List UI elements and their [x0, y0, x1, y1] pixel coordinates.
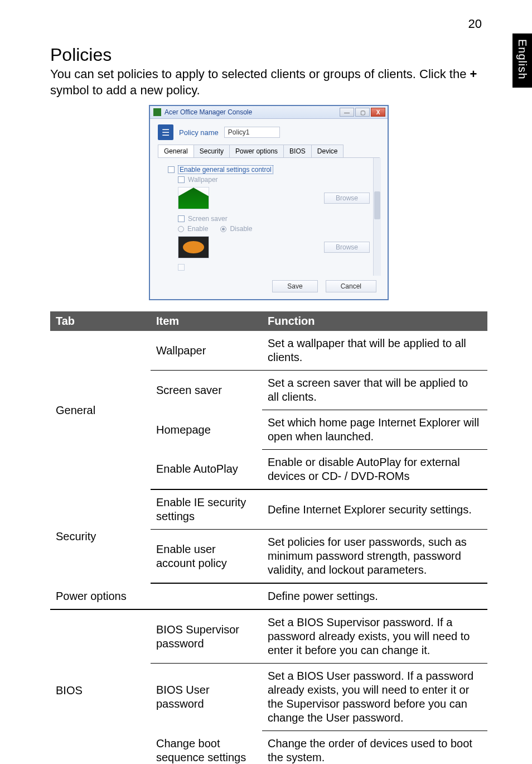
disable-radio-label: Disable [230, 225, 252, 233]
th-item: Item [151, 311, 262, 331]
dialog-tabs: General Security Power options BIOS Devi… [158, 145, 380, 158]
save-button[interactable]: Save [272, 280, 317, 292]
dialog-footer: Save Cancel [150, 276, 388, 295]
wallpaper-checkbox[interactable] [178, 176, 185, 183]
cancel-button[interactable]: Cancel [326, 280, 376, 292]
item-cell [151, 583, 262, 609]
function-cell: Set a wallpaper that will be applied to … [262, 331, 487, 371]
maximize-button[interactable]: ▢ [355, 108, 370, 117]
enable-general-row: Enable general settings control [168, 165, 370, 174]
th-tab: Tab [50, 311, 151, 331]
item-cell: Homepage [151, 410, 262, 450]
table-row: BIOS BIOS Supervisor password Set a BIOS… [50, 609, 487, 664]
cutoff-row [178, 264, 370, 271]
tab-power-options[interactable]: Power options [229, 145, 284, 157]
screensaver-checkbox[interactable] [178, 215, 185, 222]
tab-device[interactable]: Device [311, 145, 344, 157]
dialog-window: Acer Office Manager Console — ▢ X ☰ Poli… [149, 105, 389, 300]
policy-name-label: Policy name [179, 128, 219, 137]
th-function: Function [262, 311, 487, 331]
enable-general-link[interactable]: Enable general settings control [178, 165, 273, 174]
screensaver-radio-row: Enable Disable [178, 225, 370, 233]
wallpaper-row: Wallpaper [178, 176, 370, 184]
window-buttons: — ▢ X [340, 108, 385, 117]
table-row: Security Enable IE security settings Def… [50, 489, 487, 530]
tab-cell: Security [50, 489, 151, 583]
table-row: General Wallpaper Set a wallpaper that w… [50, 331, 487, 371]
titlebar: Acer Office Manager Console — ▢ X [150, 106, 388, 119]
screensaver-thumbnail [178, 236, 209, 258]
function-cell: Set which home page Internet Explorer wi… [262, 410, 487, 450]
page-body: Policies You can set policies to apply t… [0, 0, 532, 764]
intro-suffix: symbol to add a new policy. [50, 83, 200, 97]
policy-header: ☰ Policy name [150, 119, 388, 145]
item-cell: Enable user account policy [151, 530, 262, 584]
item-cell: Screen saver [151, 371, 262, 410]
dialog-screenshot: Acer Office Manager Console — ▢ X ☰ Poli… [50, 105, 487, 300]
wallpaper-browse-button[interactable]: Browse [324, 193, 370, 204]
function-cell: Set a screen saver that will be applied … [262, 371, 487, 410]
intro-text: You can set policies to apply to selecte… [50, 66, 487, 98]
table-row: Power options Define power settings. [50, 583, 487, 609]
function-cell: Set policies for user passwords, such as… [262, 530, 487, 584]
enable-radio[interactable] [178, 226, 184, 232]
screensaver-preview-row: Browse [178, 236, 370, 258]
screensaver-row: Screen saver [178, 215, 370, 223]
function-cell: Change the order of devices used to boot… [262, 731, 487, 764]
item-cell: BIOS User password [151, 664, 262, 731]
page-number: 20 [468, 17, 482, 31]
enable-general-checkbox[interactable] [168, 166, 175, 173]
function-cell: Set a BIOS User password. If a password … [262, 664, 487, 731]
minimize-button[interactable]: — [340, 108, 354, 117]
wallpaper-thumbnail [178, 187, 209, 209]
disable-radio[interactable] [220, 226, 226, 232]
item-cell: Enable AutoPlay [151, 450, 262, 490]
tab-cell: BIOS [50, 609, 151, 764]
item-cell: Change boot sequence settings [151, 731, 262, 764]
table-header: Tab Item Function [50, 311, 487, 331]
item-cell: Enable IE security settings [151, 489, 262, 530]
plus-symbol: + [470, 67, 477, 81]
wallpaper-preview-row: Browse [178, 187, 370, 209]
tab-cell: General [50, 331, 151, 489]
scrollbar-thumb[interactable] [374, 191, 380, 219]
policy-icon: ☰ [158, 124, 173, 140]
screensaver-label: Screen saver [188, 215, 228, 223]
policy-name-input[interactable] [224, 127, 280, 138]
cutoff-checkbox[interactable] [178, 264, 185, 271]
tab-general[interactable]: General [158, 145, 194, 157]
tab-panel-general: Enable general settings control Wallpape… [158, 158, 380, 276]
close-button[interactable]: X [371, 108, 385, 117]
window-title: Acer Office Manager Console [165, 108, 252, 116]
item-cell: BIOS Supervisor password [151, 609, 262, 664]
section-title: Policies [50, 45, 487, 65]
wallpaper-label: Wallpaper [188, 176, 218, 184]
scrollbar[interactable] [373, 158, 381, 276]
enable-radio-label: Enable [187, 225, 208, 233]
item-cell: Wallpaper [151, 331, 262, 371]
function-cell: Enable or disable AutoPlay for external … [262, 450, 487, 490]
app-icon [153, 108, 161, 116]
titlebar-left: Acer Office Manager Console [153, 108, 252, 116]
tab-bios[interactable]: BIOS [283, 145, 312, 157]
spec-table: Tab Item Function General Wallpaper Set … [50, 311, 487, 764]
intro-prefix: You can set policies to apply to selecte… [50, 67, 470, 81]
screensaver-browse-button[interactable]: Browse [324, 242, 370, 253]
tab-cell: Power options [50, 583, 151, 609]
side-tab-english: English [512, 33, 532, 88]
tab-security[interactable]: Security [194, 145, 230, 157]
function-cell: Define power settings. [262, 583, 487, 609]
function-cell: Set a BIOS Supervisor password. If a pas… [262, 609, 487, 664]
function-cell: Define Internet Explorer security settin… [262, 489, 487, 530]
